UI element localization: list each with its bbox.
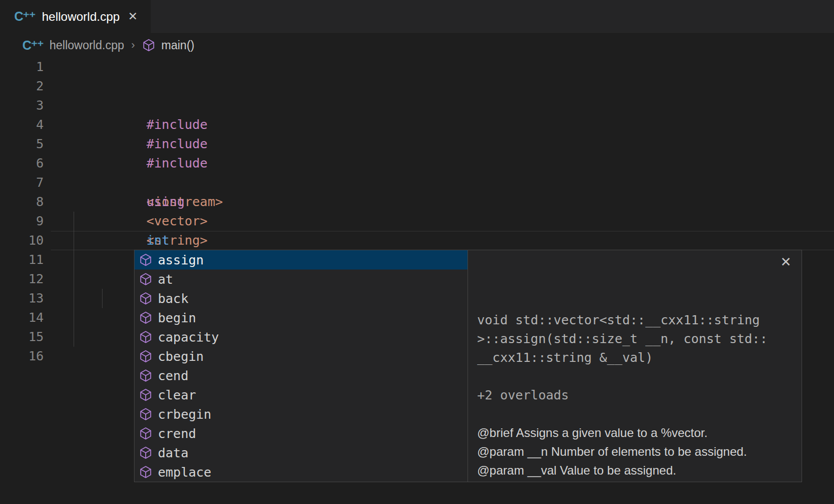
symbol-method-icon [139, 273, 152, 286]
suggestion-item[interactable]: cend [135, 366, 468, 385]
suggestion-item[interactable]: data [135, 443, 468, 462]
line-number[interactable]: 15 [0, 327, 44, 347]
code-line[interactable]: 4 [0, 115, 834, 135]
suggestion-item[interactable]: capacity [135, 327, 468, 347]
suggestion-item[interactable]: back [135, 289, 468, 308]
doc-description-line: @brief Assigns a given value to a %vecto… [477, 423, 791, 442]
code-token: #include [147, 117, 208, 132]
cpp-file-icon: C⁺⁺ [22, 39, 43, 52]
suggestion-item[interactable]: clear [135, 385, 468, 405]
tab-title: helloworld.cpp [42, 10, 119, 24]
suggestion-label: cend [158, 368, 188, 383]
line-number[interactable]: 9 [0, 212, 44, 231]
code-line[interactable]: 2 #include <vector> [0, 77, 834, 96]
symbol-method-icon [139, 408, 152, 421]
close-icon[interactable]: ✕ [128, 11, 138, 22]
suggestion-list[interactable]: assign at back [135, 250, 468, 482]
line-number[interactable]: 4 [0, 115, 44, 135]
suggestion-item[interactable]: at [135, 270, 468, 289]
code-content: #include <iostream> [44, 57, 223, 77]
line-number[interactable]: 7 [0, 173, 44, 192]
suggestion-item[interactable]: crend [135, 424, 468, 443]
suggestion-label: at [158, 272, 173, 287]
suggestion-item[interactable]: assign [135, 250, 468, 270]
overloads-link[interactable]: +2 overloads [477, 386, 791, 405]
suggestion-label: clear [158, 388, 196, 402]
line-number[interactable]: 11 [0, 250, 44, 270]
code-content [44, 154, 131, 173]
chevron-right-icon: › [131, 39, 135, 52]
code-content: vector<string> msg{ "Hello" , "C++" , "W… [44, 212, 330, 231]
line-number[interactable]: 16 [0, 347, 44, 366]
suggestion-label: crend [158, 426, 196, 441]
suggestion-item[interactable]: emplace [135, 462, 468, 482]
code-content: #include <vector> [44, 77, 208, 96]
line-number[interactable]: 1 [0, 57, 44, 77]
line-number[interactable]: 8 [0, 192, 44, 212]
symbol-method-icon [139, 311, 152, 324]
suggestion-item[interactable]: begin [135, 308, 468, 327]
function-signature: void std::vector<std::__cxx11::string>::… [477, 254, 791, 367]
suggestion-label: cbegin [158, 349, 204, 364]
line-number[interactable]: 3 [0, 96, 44, 115]
code-content: int main () [44, 173, 177, 192]
symbol-method-icon [139, 253, 152, 266]
line-number[interactable]: 5 [0, 135, 44, 154]
tab-helloworld-cpp[interactable]: C⁺⁺ helloworld.cpp ✕ [0, 0, 151, 33]
intellisense-suggest-widget: assign at back [134, 250, 802, 482]
signature-line: void std::vector<std::__cxx11::string [477, 311, 791, 329]
code-line[interactable]: 6 [0, 154, 834, 173]
symbol-method-icon [139, 369, 152, 382]
line-number[interactable]: 12 [0, 270, 44, 289]
symbol-method-icon [139, 388, 152, 401]
doc-description: @brief Assigns a given value to a %vecto… [477, 423, 791, 482]
suggestion-label: begin [158, 311, 196, 325]
suggestion-label: assign [158, 253, 204, 267]
code-line[interactable]: 3 #include <string> [0, 96, 834, 115]
code-line[interactable]: 5 using namespace std ; [0, 135, 834, 154]
symbol-method-icon [139, 446, 152, 459]
suggestion-docs-panel: ✕ void std::vector<std::__cxx11::string>… [468, 250, 802, 482]
symbol-method-icon [139, 350, 152, 363]
signature-line: __cxx11::string &__val) [477, 348, 791, 367]
code-content [44, 289, 131, 308]
breadcrumb: C⁺⁺ helloworld.cpp › main() [0, 33, 834, 57]
symbol-method-icon [139, 465, 152, 479]
symbol-method-icon [139, 427, 152, 440]
line-number[interactable]: 14 [0, 308, 44, 327]
symbol-method-icon [142, 39, 155, 52]
cpp-file-icon: C⁺⁺ [14, 10, 35, 23]
symbol-method-icon [139, 292, 152, 305]
suggestion-label: back [158, 291, 188, 306]
line-number[interactable]: 6 [0, 154, 44, 173]
code-line[interactable]: 7 int main () [0, 173, 834, 192]
code-content: { [44, 192, 154, 212]
close-icon[interactable]: ✕ [780, 255, 791, 268]
doc-description-line: @param __n Number of elements to be assi… [477, 442, 791, 461]
code-content: #include <string> [44, 96, 208, 115]
suggestion-item[interactable]: crbegin [135, 405, 468, 424]
line-number[interactable]: 10 [0, 231, 44, 250]
suggestion-label: capacity [158, 330, 219, 345]
code-line[interactable]: 10 msg. [0, 231, 834, 250]
suggestion-label: data [158, 446, 188, 460]
tab-bar: C⁺⁺ helloworld.cpp ✕ [0, 0, 834, 33]
suggestion-label: crbegin [158, 407, 211, 422]
doc-description-line: @param __val Value to be assigned. [477, 461, 791, 480]
symbol-method-icon [139, 330, 152, 344]
code-content: msg. [44, 231, 208, 250]
suggestion-label: emplace [158, 465, 211, 480]
line-number[interactable]: 13 [0, 289, 44, 308]
code-token: #include [147, 156, 208, 171]
code-line[interactable]: 9 vector<string> msg{ "Hello" , "C++" , … [0, 212, 834, 231]
suggestion-item[interactable]: cbegin [135, 347, 468, 366]
doc-description-line [477, 480, 791, 482]
breadcrumb-file[interactable]: helloworld.cpp [49, 39, 124, 52]
signature-line: >::assign(std::size_t __n, const std:: [477, 329, 791, 348]
line-number[interactable]: 2 [0, 77, 44, 96]
code-content: using namespace std ; [44, 135, 215, 154]
code-line[interactable]: 8 { [0, 192, 834, 212]
breadcrumb-symbol[interactable]: main() [161, 39, 194, 52]
code-line[interactable]: 1 #include <iostream> [0, 57, 834, 77]
code-content [44, 115, 131, 135]
